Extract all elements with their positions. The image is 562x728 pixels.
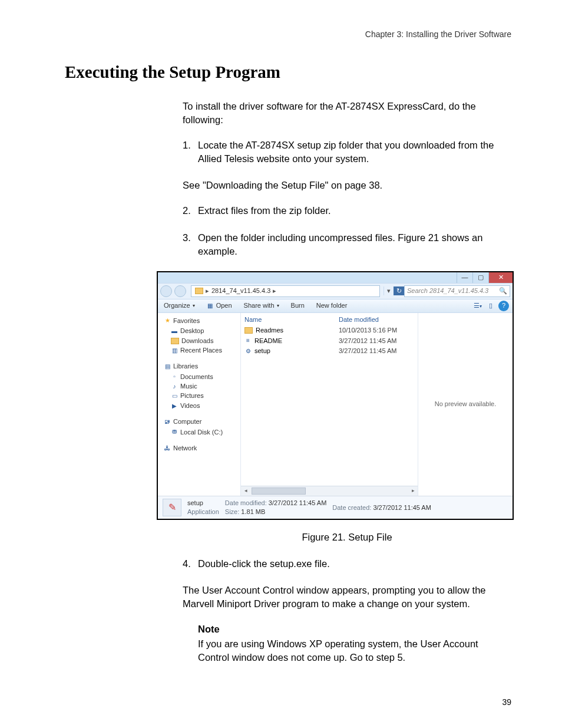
file-row[interactable]: Readmes 10/10/2013 5:16 PM [241, 325, 418, 335]
burn-button[interactable]: Burn [285, 301, 310, 310]
minimize-button[interactable]: — [457, 272, 472, 283]
figure-caption: Figure 21. Setup File [183, 531, 511, 544]
h-scrollbar[interactable]: ◂ ▸ [241, 486, 418, 496]
help-button[interactable]: ? [498, 301, 509, 311]
chevron-down-icon: ▾ [193, 302, 195, 309]
preview-pane-button[interactable]: ▯ [484, 301, 497, 310]
page-header: Chapter 3: Installing the Driver Softwar… [65, 29, 511, 39]
note-body: If you are using Windows XP operating sy… [198, 637, 511, 664]
computer-icon: 🖳 [164, 419, 171, 426]
view-menu[interactable]: ☰▾ [471, 301, 484, 310]
details-name: setup [187, 499, 219, 507]
intro-text: To install the driver software for the A… [183, 100, 511, 127]
folder-icon [244, 327, 253, 334]
nav-network[interactable]: 🖧Network [164, 444, 240, 453]
close-button[interactable]: ✕ [488, 272, 513, 283]
scroll-thumb[interactable] [252, 487, 306, 495]
share-menu[interactable]: Share with▾ [238, 301, 285, 310]
nav-downloads[interactable]: Downloads [171, 337, 240, 345]
nav-music[interactable]: ♪Music [171, 382, 240, 391]
file-row[interactable]: ⚙setup 3/27/2012 11:45 AM [241, 346, 418, 356]
path-segment: 2814_74_v11.45.4.3 [211, 286, 270, 295]
folder-icon [195, 288, 203, 294]
back-button[interactable] [160, 285, 172, 297]
step-text: Locate the AT-2874SX setup zip folder th… [198, 139, 511, 166]
chevron-down-icon: ▾ [277, 302, 279, 309]
address-bar[interactable]: ▸ 2814_74_v11.45.4.3 ▸ [191, 285, 380, 297]
search-input[interactable]: Search 2814_74_v11.45.4.3 🔍 [404, 285, 510, 297]
details-type: Application [187, 508, 219, 516]
chevron-right-icon: ▸ [273, 286, 276, 295]
nav-pictures[interactable]: ▭Pictures [171, 391, 240, 400]
libraries-icon: ▤ [164, 363, 171, 370]
step-number: 4. [183, 557, 198, 571]
scroll-right-icon: ▸ [408, 487, 418, 495]
details-pane: ✎ setup Application Date modified: 3/27/… [158, 496, 513, 519]
col-date[interactable]: Date modified [339, 315, 409, 324]
note-title: Note [198, 622, 511, 636]
scroll-left-icon: ◂ [241, 487, 250, 495]
step-text: The User Account Control window appears,… [183, 584, 511, 611]
documents-icon: ▫ [171, 373, 178, 380]
nav-localdisk[interactable]: ⛃Local Disk (C:) [171, 428, 240, 437]
nav-documents[interactable]: ▫Documents [171, 373, 240, 381]
step-text: Double-click the setup.exe file. [198, 557, 330, 571]
file-row[interactable]: ≡README 3/27/2012 11:45 AM [241, 336, 418, 346]
step-text: Open the folder including uncompressed f… [198, 231, 511, 258]
preview-pane: No preview available. [418, 313, 513, 496]
step-number: 2. [183, 204, 198, 218]
nav-libraries[interactable]: ▤Libraries [164, 362, 240, 371]
music-icon: ♪ [171, 383, 178, 390]
file-thumbnail: ✎ [163, 499, 181, 516]
col-name[interactable]: Name [241, 315, 339, 324]
step-note: See "Downloading the Setup File" on page… [183, 179, 511, 192]
refresh-button[interactable]: ↻ [394, 286, 404, 295]
titlebar: — ▢ ✕ [158, 272, 513, 283]
history-dropdown[interactable]: ▾ [384, 286, 394, 295]
search-icon: 🔍 [499, 286, 507, 295]
command-bar: Organize▾ ▦Open Share with▾ Burn New fol… [158, 299, 513, 313]
open-icon: ▦ [207, 302, 214, 309]
step-number: 1. [183, 139, 198, 166]
nav-computer[interactable]: 🖳Computer [164, 417, 240, 426]
new-folder-button[interactable]: New folder [310, 301, 353, 310]
folder-icon [171, 338, 179, 344]
nav-videos[interactable]: ▶Videos [171, 401, 240, 410]
videos-icon: ▶ [171, 403, 178, 410]
desktop-icon: ▬ [171, 328, 178, 335]
pictures-icon: ▭ [171, 393, 178, 400]
file-list: Name Date modified Readmes 10/10/2013 5:… [241, 313, 418, 496]
step-number: 3. [183, 231, 198, 258]
application-icon: ⚙ [244, 348, 252, 355]
organize-menu[interactable]: Organize▾ [158, 301, 201, 310]
open-button[interactable]: ▦Open [201, 301, 238, 310]
star-icon: ★ [164, 317, 171, 324]
explorer-window: — ▢ ✕ ▸ 2814_74_v11.45.4.3 ▸ ▾ ↻ Search … [157, 271, 514, 520]
nav-desktop[interactable]: ▬Desktop [171, 327, 240, 335]
network-icon: 🖧 [164, 445, 171, 452]
section-title: Executing the Setup Program [65, 62, 511, 82]
forward-button[interactable] [174, 285, 186, 297]
nav-pane: ★Favorites ▬Desktop Downloads ▥Recent Pl… [158, 313, 241, 496]
page-number: 39 [502, 697, 511, 707]
nav-recent[interactable]: ▥Recent Places [171, 346, 240, 355]
document-icon: ≡ [244, 337, 252, 344]
nav-favorites[interactable]: ★Favorites [164, 317, 240, 325]
chevron-right-icon: ▸ [206, 286, 209, 295]
drive-icon: ⛃ [171, 429, 178, 436]
recent-icon: ▥ [171, 347, 178, 354]
maximize-button[interactable]: ▢ [472, 272, 488, 283]
step-text: Extract files from the zip folder. [198, 204, 331, 218]
